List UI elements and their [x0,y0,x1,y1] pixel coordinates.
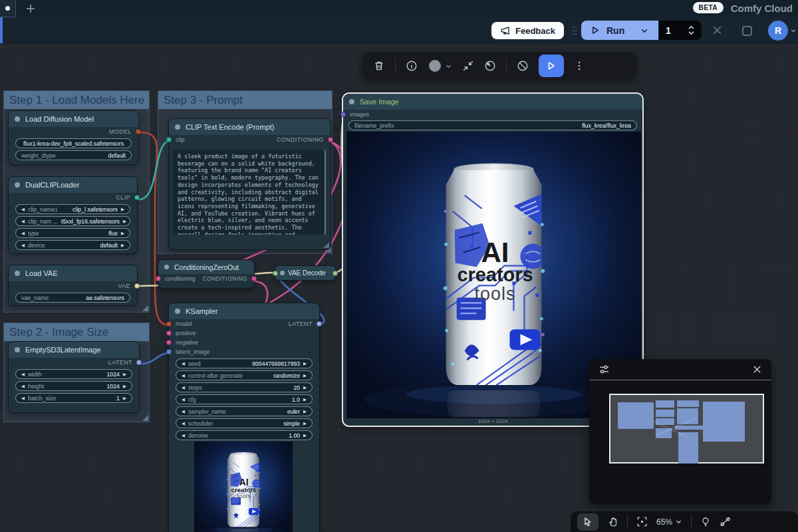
widget-filename-prefix[interactable]: filename_prefix flux_krea/flux_krea [348,120,637,130]
widget-scheduler[interactable]: schedulersimple [176,418,313,428]
node-header[interactable]: Load VAE [9,265,137,281]
port-model-in[interactable] [166,321,172,327]
group-step2-title[interactable]: Step 2 - Image Size [4,323,149,341]
widget-clip-name2[interactable]: clip_nam ...t5xxl_fp16.safetensors [15,216,130,226]
execute-button[interactable] [539,55,564,77]
widget-value: flux1-krea-dev_fp8_scaled.safetensors [23,140,124,147]
batch-count-stepper[interactable]: 1 [659,21,702,40]
select-tool-button[interactable] [577,513,598,531]
widget-vae-name[interactable]: vae_name ae.safetensors [15,293,130,303]
port-latent-out[interactable] [136,360,142,365]
collapse-dot-icon[interactable] [175,309,180,314]
feedback-button[interactable]: Feedback [491,22,564,39]
stepper-up-icon[interactable] [688,25,695,30]
fit-view-icon[interactable] [636,516,648,527]
node-empty-sd3-latent[interactable]: EmptySD3LatentImage LATENT width1024 hei… [8,341,140,413]
port-row: clip CONDITIONING [169,135,331,144]
widget-steps[interactable]: steps20 [176,382,313,392]
node-load-vae[interactable]: Load VAE VAE vae_name ae.safetensors [8,265,138,306]
sliders-icon[interactable] [598,364,610,375]
lightbulb-icon[interactable] [700,517,711,527]
collapse-dot-icon[interactable] [15,116,20,122]
node-header[interactable]: Load Diffusion Model [9,111,138,127]
resize-handle[interactable] [323,242,329,248]
collapse-dot-icon[interactable] [164,265,169,269]
widget-batch-size[interactable]: batch_size1 [15,393,132,403]
collapse-dot-icon[interactable] [175,124,180,130]
widget-unet-name[interactable]: flux1-krea-dev_fp8_scaled.safetensors [15,138,132,148]
trash-icon[interactable] [373,60,385,72]
collapse-dot-icon[interactable] [280,271,285,275]
node-clip-text-encode[interactable]: CLIP Text Encode (Prompt) clip CONDITION… [168,118,331,250]
collapse-icon[interactable] [462,60,474,72]
node-header[interactable]: DualCLIPLoader [9,177,137,193]
prompt-textarea[interactable]: A sleek product image of a futuristic be… [173,150,326,235]
widget-width[interactable]: width1024 [15,369,132,379]
close-icon[interactable] [712,25,723,36]
node-dual-clip-loader[interactable]: DualCLIPLoader CLIP clip_name1clip_l.saf… [8,176,138,254]
output-label-clip: CLIP [116,194,130,201]
port-model-out[interactable] [136,129,141,134]
run-button[interactable]: Run [581,21,658,40]
port-positive-in[interactable] [166,331,172,336]
zoom-level-dropdown[interactable]: 65% [656,517,682,527]
bypass-icon[interactable] [517,60,529,72]
widget-device[interactable]: devicedefault [15,240,130,250]
group-step3-title[interactable]: Step 3 - Prompt [158,91,332,109]
chevron-down-icon [675,518,682,525]
pie-timer-icon[interactable] [484,60,496,72]
port-conditioning-out[interactable] [328,137,333,142]
collapse-dot-icon[interactable] [15,271,20,276]
maximize-icon[interactable] [742,26,752,36]
widget-type[interactable]: typeflux [15,228,130,238]
widget-control-after-generate[interactable]: control after generaterandomize [176,370,313,380]
user-avatar[interactable]: R [768,21,788,41]
avatar-chevron-icon[interactable] [790,27,797,34]
kebab-menu-icon[interactable] [574,61,585,71]
port-clip-out[interactable] [134,195,140,200]
stepper-down-icon[interactable] [688,31,695,35]
node-header[interactable]: EmptySD3LatentImage [9,342,139,358]
toolbar-drag-handle[interactable] [572,26,577,35]
port-images-in[interactable] [340,112,346,117]
widget-sampler-name[interactable]: sampler_nameeuler [176,406,313,416]
port-vae-out[interactable] [134,283,140,289]
node-conditioning-zero-out[interactable]: ConditioningZeroOut conditioning CONDITI… [158,259,255,289]
widget-height[interactable]: height1024 [15,381,132,391]
widget-weight-dtype[interactable]: weight_dtype default [15,150,132,160]
node-header[interactable]: Save Image [343,94,642,110]
collapse-dot-icon[interactable] [15,182,20,188]
pan-hand-icon[interactable] [607,516,618,527]
port-collapsed-in[interactable] [273,271,278,276]
port-latent-out[interactable] [317,321,322,327]
group-step1-title[interactable]: Step 1 - Load Models Here [4,91,149,109]
port-latent-image-in[interactable] [166,349,172,354]
widget-seed[interactable]: seed800447669817893 [176,358,313,368]
new-tab-button[interactable] [23,1,39,17]
toggle-links-icon[interactable] [720,516,731,527]
workflow-tab[interactable] [0,0,16,17]
widget-cfg[interactable]: cfg1.0 [176,394,313,404]
port-collapsed-out[interactable] [332,271,338,276]
node-vae-decode[interactable]: VAE Decode [275,265,336,281]
node-ksampler[interactable]: KSampler model LATENT positive negative … [168,303,320,532]
node-header[interactable]: VAE Decode [275,266,335,280]
node-header[interactable]: CLIP Text Encode (Prompt) [169,119,331,135]
collapse-dot-icon[interactable] [349,99,354,104]
node-load-diffusion-model[interactable]: Load Diffusion Model MODEL flux1-krea-de… [8,110,139,165]
port-negative-in[interactable] [166,340,172,345]
widget-clip-name1[interactable]: clip_name1clip_l.safetensors [15,204,130,214]
port-conditioning-out[interactable] [251,276,257,281]
info-icon[interactable] [406,60,418,72]
port-clip-in[interactable] [166,137,172,142]
input-label-images: images [350,111,369,118]
port-conditioning-in[interactable] [156,276,161,281]
minimap-viewport[interactable] [609,394,764,464]
collapse-dot-icon[interactable] [15,347,20,352]
node-header[interactable]: KSampler [169,303,319,319]
comfy-cloud-app: { "window": { "brand": "Comfy Cloud", "b… [0,0,798,532]
widget-denoise[interactable]: denoise1.00 [176,430,313,440]
close-icon[interactable] [752,364,762,374]
node-color-picker[interactable] [428,59,452,73]
node-header[interactable]: ConditioningZeroOut [158,260,254,274]
